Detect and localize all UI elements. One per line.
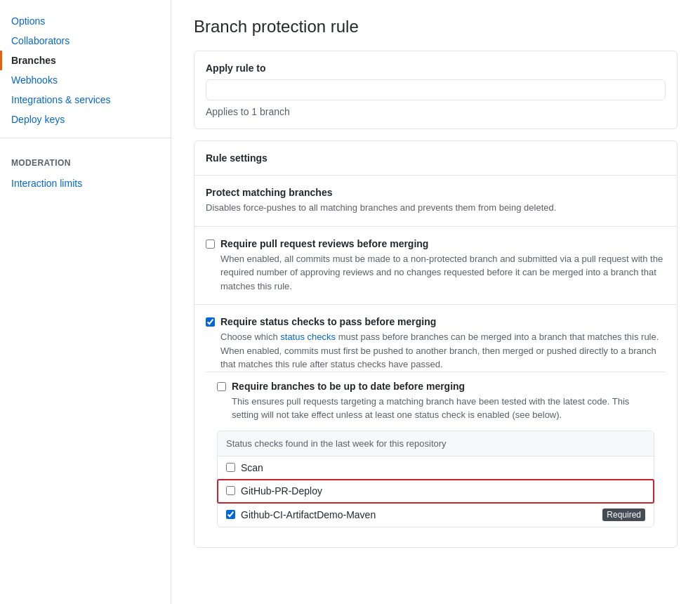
status-checks-desc: Choose which status checks must pass bef…	[206, 330, 666, 372]
status-check-name-github-pr-deploy: GitHub-PR-Deploy	[241, 485, 322, 497]
status-checks-list-card: Status checks found in the last week for…	[217, 431, 654, 527]
sidebar-item-branches[interactable]: Branches	[0, 51, 171, 70]
status-check-name-maven: Github-CI-ArtifactDemo-Maven	[241, 509, 376, 520]
sidebar-item-webhooks[interactable]: Webhooks	[0, 70, 171, 90]
status-checks-found-header: Status checks found in the last week for…	[218, 431, 654, 457]
pr-reviews-desc: When enabled, all commits must be made t…	[206, 252, 666, 294]
sidebar-item-interaction-limits[interactable]: Interaction limits	[0, 173, 171, 193]
protect-section: Protect matching branches Disables force…	[194, 175, 677, 226]
protect-desc: Disables force-pushes to all matching br…	[206, 201, 666, 215]
protect-title: Protect matching branches	[206, 187, 666, 198]
status-check-checkbox-scan[interactable]	[226, 463, 235, 472]
sidebar-item-deploy-keys[interactable]: Deploy keys	[0, 110, 171, 129]
status-check-row-github-pr-deploy: GitHub-PR-Deploy	[218, 480, 654, 503]
rule-settings-card: Rule settings Protect matching branches …	[194, 140, 678, 548]
pr-reviews-label: Require pull request reviews before merg…	[220, 238, 428, 249]
apply-rule-card: Apply rule to Applies to 1 branch	[194, 51, 678, 129]
main-content: Branch protection rule Apply rule to App…	[171, 0, 700, 604]
sidebar-item-collaborators[interactable]: Collaborators	[0, 31, 171, 51]
up-to-date-desc: This ensures pull requests targeting a m…	[217, 395, 654, 422]
pr-reviews-section: Require pull request reviews before merg…	[194, 226, 677, 305]
apply-rule-input[interactable]	[206, 79, 666, 100]
up-to-date-label: Require branches to be up to date before…	[232, 381, 465, 392]
pr-reviews-checkbox[interactable]	[206, 239, 215, 249]
status-check-checkbox-github-pr-deploy[interactable]	[226, 486, 235, 495]
up-to-date-checkbox[interactable]	[217, 382, 226, 391]
status-check-row-scan: Scan	[218, 457, 654, 480]
status-checks-link[interactable]: status checks	[280, 331, 336, 342]
sidebar: Options Collaborators Branches Webhooks …	[0, 0, 171, 604]
sidebar-item-integrations[interactable]: Integrations & services	[0, 90, 171, 110]
required-badge: Required	[602, 508, 645, 521]
status-checks-section: Require status checks to pass before mer…	[194, 304, 677, 547]
moderation-section-header: Moderation	[0, 147, 171, 173]
page-title: Branch protection rule	[194, 17, 678, 37]
status-check-checkbox-maven[interactable]	[226, 510, 235, 519]
applies-to-text: Applies to 1 branch	[206, 106, 666, 117]
up-to-date-section: Require branches to be up to date before…	[206, 372, 666, 536]
status-check-name-scan: Scan	[241, 462, 263, 473]
status-checks-label: Require status checks to pass before mer…	[220, 316, 436, 327]
sidebar-item-options[interactable]: Options	[0, 11, 171, 31]
status-checks-checkbox[interactable]	[206, 317, 215, 327]
status-check-row-maven: Github-CI-ArtifactDemo-Maven Required	[218, 503, 654, 527]
rule-settings-title: Rule settings	[206, 152, 666, 164]
apply-rule-label: Apply rule to	[206, 63, 666, 74]
